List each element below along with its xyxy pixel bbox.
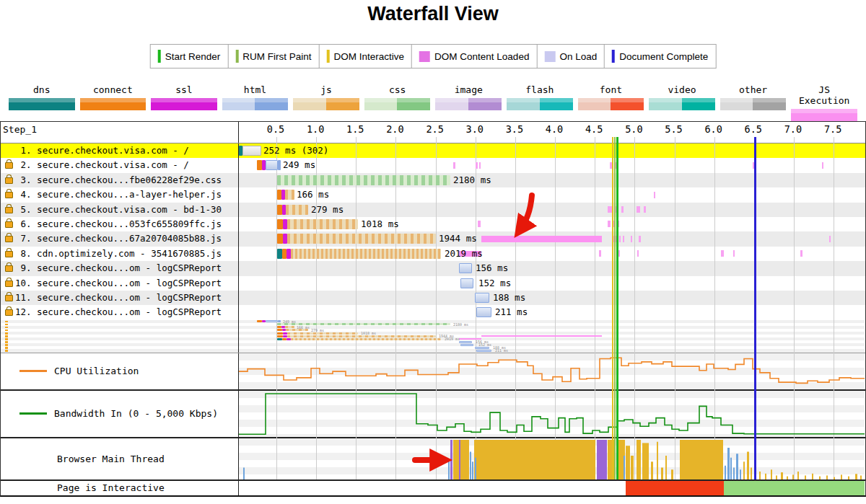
request-bar-segment bbox=[285, 190, 294, 200]
request-row[interactable]: 5. secure.checkout.visa.com - bd-1-30279… bbox=[1, 203, 865, 217]
js-execution-tick bbox=[478, 221, 481, 227]
request-time-label: 279 ms bbox=[311, 329, 324, 332]
resource-color-bar bbox=[649, 98, 715, 110]
request-row[interactable]: 6. secure.checkou...053fc655809ffc.js101… bbox=[1, 217, 865, 231]
request-bar-segment bbox=[277, 175, 450, 185]
axis-tick-label: 1.0 bbox=[307, 123, 324, 135]
request-bar-segment bbox=[286, 205, 308, 215]
condensed-row-label: 12. secure.checkou...om - logCSPReport bbox=[1, 349, 238, 352]
resource-color-bar bbox=[720, 98, 787, 110]
request-label[interactable]: 8. cdn.optimizely.com - 3541670885.js bbox=[15, 247, 222, 261]
condensed-row-bars: 211 ms bbox=[239, 349, 865, 352]
request-bar-segment bbox=[459, 341, 472, 343]
resource-color-bar bbox=[151, 98, 217, 110]
main-thread-bar bbox=[751, 467, 752, 479]
js-execution-tick bbox=[721, 250, 724, 257]
request-row[interactable]: 1. secure.checkout.visa.com - /252 ms (3… bbox=[1, 143, 865, 158]
main-thread-bar bbox=[776, 475, 777, 479]
request-bar-segment bbox=[278, 320, 281, 322]
lock-icon bbox=[5, 265, 13, 272]
request-bar-segment bbox=[266, 160, 278, 170]
js-execution-tick bbox=[637, 206, 640, 213]
request-time-label: 2180 ms bbox=[453, 323, 468, 326]
lock-icon bbox=[5, 221, 13, 228]
js-execution-tick bbox=[631, 236, 632, 242]
request-bar-segment bbox=[277, 234, 283, 244]
request-row[interactable]: 4. secure.checkou...a-layer-helper.js166… bbox=[1, 187, 865, 202]
axis-tick-label: 4.5 bbox=[585, 123, 603, 135]
request-bar-segment bbox=[286, 329, 308, 331]
resource-label: other bbox=[720, 84, 787, 95]
main-thread-bar bbox=[459, 440, 460, 479]
request-row[interactable]: 3. secure.checkou...fbe06228ef29e.css218… bbox=[1, 173, 865, 187]
js-execution-tick bbox=[733, 250, 735, 257]
request-label[interactable]: 1. secure.checkout.visa.com - / bbox=[15, 143, 189, 158]
js-execution-tick bbox=[612, 236, 614, 242]
request-label[interactable]: 3. secure.checkou...fbe06228ef29e.css bbox=[15, 173, 222, 187]
lock-icon bbox=[5, 162, 13, 169]
request-label[interactable]: 11. secure.checkou...om - logCSPReport bbox=[15, 291, 222, 305]
main-thread-bar bbox=[453, 440, 469, 479]
axis-tick-label: 5.0 bbox=[625, 123, 642, 135]
waterfall-view-page: Waterfall View Start RenderRUM First Pai… bbox=[0, 0, 866, 504]
resource-legend-item: js bbox=[293, 84, 359, 121]
cpu-line-swatch bbox=[19, 370, 47, 372]
js-execution-tick bbox=[753, 162, 756, 169]
main-thread-bar bbox=[661, 467, 663, 479]
axis-tick-label: 6.5 bbox=[745, 123, 762, 135]
axis-tick-label: 1.5 bbox=[346, 123, 364, 135]
request-label[interactable]: 10. secure.checkou...om - logCSPReport bbox=[15, 276, 222, 291]
request-row[interactable]: 10. secure.checkou...om - logCSPReport15… bbox=[1, 276, 865, 291]
request-row[interactable]: 2. secure.checkout.visa.com - /249 ms bbox=[1, 158, 865, 172]
condensed-labels: 2. secure.checkout.visa.com - /3. secure… bbox=[1, 320, 239, 353]
request-label[interactable]: 5. secure.checkout.visa.com - bd-1-30 bbox=[15, 203, 222, 217]
resource-color-bar bbox=[507, 98, 573, 110]
request-row[interactable]: 8. cdn.optimizely.com - 3541670885.js201… bbox=[1, 247, 865, 261]
main-thread-bar bbox=[450, 440, 452, 479]
resource-color-bar bbox=[9, 98, 75, 110]
main-thread-bar bbox=[657, 441, 658, 479]
axis-tick-label: 5.5 bbox=[665, 123, 682, 135]
request-row[interactable]: 12. secure.checkou...om - logCSPReport21… bbox=[1, 305, 865, 319]
request-row[interactable]: 9. secure.checkou...om - logCSPReport156… bbox=[1, 261, 865, 275]
bandwidth-line bbox=[239, 394, 865, 434]
resource-legend-item: css bbox=[364, 84, 431, 121]
bandwidth-legend: Bandwidth In (0 - 5,000 Kbps) bbox=[1, 391, 239, 437]
request-bar-segment bbox=[287, 335, 436, 337]
request-label[interactable]: 2. secure.checkout.visa.com - / bbox=[15, 158, 189, 172]
main-thread-bar bbox=[733, 467, 735, 479]
request-row[interactable]: 7. secure.checkou...67a20704085b88.js194… bbox=[1, 231, 865, 246]
lock-icon bbox=[5, 280, 13, 287]
lock-icon bbox=[5, 177, 13, 184]
main-thread-bar bbox=[671, 469, 673, 479]
js-execution-tick bbox=[618, 221, 619, 227]
main-thread-bar bbox=[812, 473, 813, 479]
cpu-chart bbox=[239, 353, 865, 389]
axis-tick-label: 4.0 bbox=[546, 123, 563, 135]
js-execution-tick bbox=[639, 236, 641, 242]
request-row[interactable]: 11. secure.checkou...om - logCSPReport18… bbox=[1, 291, 865, 305]
request-bar-segment bbox=[277, 329, 282, 331]
cpu-legend: CPU Utilization bbox=[1, 353, 239, 389]
step-label-cell: Step_1 bbox=[1, 122, 239, 143]
main-thread-bar bbox=[765, 473, 766, 479]
resource-label: dns bbox=[9, 84, 75, 95]
request-bar-segment bbox=[460, 344, 473, 346]
resource-color-bar bbox=[791, 109, 857, 121]
js-execution-tick bbox=[479, 162, 481, 169]
request-label[interactable]: 6. secure.checkou...053fc655809ffc.js bbox=[15, 217, 222, 231]
request-label[interactable]: 4. secure.checkou...a-layer-helper.js bbox=[15, 187, 222, 202]
resource-type-legend: dnsconnectsslhtmljscssimageflashfontvide… bbox=[9, 84, 857, 121]
request-label[interactable]: 7. secure.checkou...67a20704085b88.js bbox=[15, 231, 222, 246]
request-bar-segment bbox=[476, 307, 491, 317]
request-bar-segment bbox=[277, 219, 283, 229]
request-label[interactable]: 9. secure.checkou...om - logCSPReport bbox=[15, 261, 222, 275]
main-thread-section: Browser Main Thread bbox=[1, 438, 865, 481]
request-label[interactable]: 12. secure.checkou...om - logCSPReport bbox=[15, 305, 222, 319]
request-time-label: 1944 ms bbox=[439, 231, 477, 246]
lock-icon bbox=[5, 295, 13, 301]
request-time-label: 152 ms bbox=[478, 276, 511, 291]
request-time-label: 249 ms bbox=[283, 158, 315, 172]
request-time-label: 252 ms (302) bbox=[263, 143, 328, 158]
request-bar-segment bbox=[277, 249, 282, 259]
